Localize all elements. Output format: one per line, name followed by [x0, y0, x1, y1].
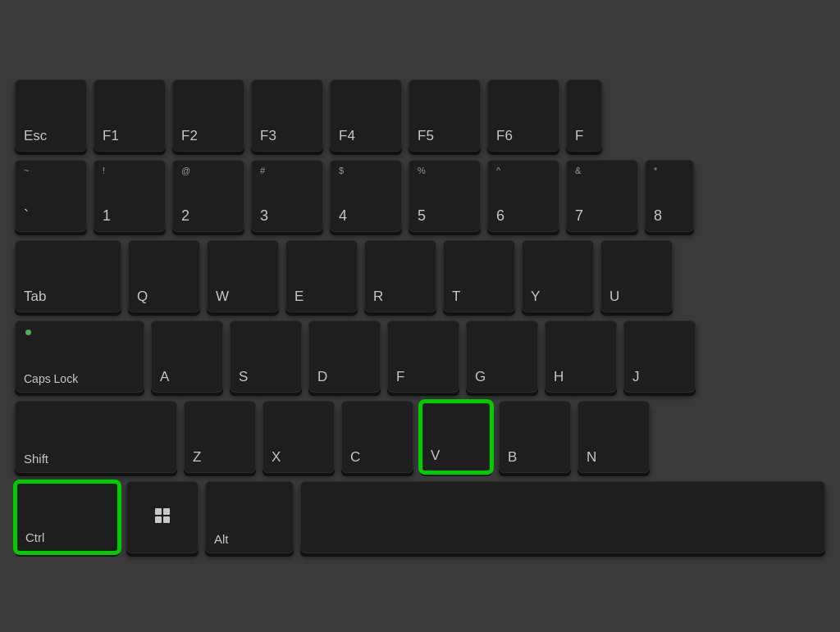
key-label: F — [575, 128, 593, 144]
key-f4[interactable]: F4 — [330, 80, 402, 152]
qwerty-row: Tab Q W E R T Y U — [15, 240, 825, 312]
key-label: 5 — [418, 207, 472, 225]
key-alt[interactable]: Alt — [205, 481, 294, 553]
key-label: 7 — [575, 207, 629, 225]
key-label: R — [373, 289, 427, 305]
key-v[interactable]: V — [420, 401, 492, 473]
key-label: A — [160, 369, 214, 385]
key-shift[interactable]: Shift — [15, 401, 177, 473]
key-secondary: ! — [103, 166, 105, 175]
key-n[interactable]: N — [578, 401, 650, 473]
key-label: C — [350, 449, 404, 466]
key-label: F5 — [418, 128, 472, 144]
key-secondary: & — [575, 166, 581, 175]
key-x[interactable]: X — [262, 401, 335, 473]
key-label: Caps Lock — [24, 372, 135, 385]
function-row: Esc F1 F2 F3 F4 F5 F6 F — [15, 80, 825, 152]
windows-icon — [155, 508, 170, 523]
key-c[interactable]: C — [341, 401, 413, 473]
key-label: Tab — [24, 289, 112, 305]
key-f1[interactable]: F1 — [94, 80, 166, 152]
key-z[interactable]: Z — [184, 401, 256, 473]
key-label: G — [475, 369, 529, 385]
key-label: Alt — [214, 532, 285, 546]
key-label: 8 — [654, 207, 685, 225]
key-label: X — [272, 449, 326, 466]
key-label: Z — [193, 449, 247, 466]
key-secondary: * — [654, 166, 657, 175]
bottom-row: Ctrl Alt — [15, 481, 825, 553]
key-2[interactable]: @ 2 — [172, 160, 244, 232]
key-f2[interactable]: F2 — [172, 80, 244, 152]
key-label: 6 — [496, 207, 550, 225]
key-d[interactable]: D — [308, 321, 381, 393]
key-f5[interactable]: F5 — [409, 80, 481, 152]
keyboard: Esc F1 F2 F3 F4 F5 F6 F ~ ` ! 1 — [0, 0, 840, 632]
key-f[interactable]: F — [387, 321, 459, 393]
key-label: 2 — [181, 207, 235, 225]
caps-lock-indicator — [25, 330, 31, 335]
key-t[interactable]: T — [443, 240, 515, 312]
key-f3[interactable]: F3 — [251, 80, 323, 152]
key-secondary: ^ — [496, 166, 500, 175]
key-secondary: ~ — [24, 166, 29, 175]
key-esc[interactable]: Esc — [15, 80, 87, 152]
key-label: F — [396, 369, 450, 385]
key-label: 3 — [260, 207, 314, 225]
key-label: 1 — [103, 207, 157, 225]
key-label: V — [431, 448, 482, 464]
number-row: ~ ` ! 1 @ 2 # 3 $ 4 % 5 ^ 6 & 7 — [15, 160, 825, 232]
key-secondary: % — [418, 166, 426, 175]
key-label: Shift — [24, 452, 168, 466]
key-a[interactable]: A — [151, 321, 223, 393]
key-label: E — [294, 289, 349, 305]
key-5[interactable]: % 5 — [409, 160, 481, 232]
key-label: F1 — [103, 128, 157, 144]
key-h[interactable]: H — [545, 321, 617, 393]
key-8-partial[interactable]: * 8 — [645, 160, 694, 232]
key-win[interactable] — [126, 481, 199, 553]
key-label: Esc — [24, 128, 78, 144]
key-label: F3 — [260, 128, 314, 144]
key-label: W — [216, 289, 270, 305]
key-f-partial[interactable]: F — [566, 80, 602, 152]
key-label: D — [317, 369, 372, 385]
key-label: 4 — [339, 207, 393, 225]
key-f6[interactable]: F6 — [487, 80, 559, 152]
asdf-row: Caps Lock A S D F G H J — [15, 321, 825, 393]
key-backtick[interactable]: ~ ` — [15, 160, 87, 232]
key-y[interactable]: Y — [522, 240, 594, 312]
key-u[interactable]: U — [600, 240, 673, 312]
key-ctrl[interactable]: Ctrl — [15, 481, 120, 553]
zxcv-row: Shift Z X C V B N — [15, 401, 825, 473]
key-label: F2 — [181, 128, 235, 144]
key-1[interactable]: ! 1 — [94, 160, 166, 232]
key-label: F6 — [496, 128, 550, 144]
key-label: T — [452, 289, 506, 305]
key-tab[interactable]: Tab — [15, 240, 121, 312]
key-j[interactable]: J — [623, 321, 696, 393]
key-label: Y — [531, 289, 585, 305]
key-label: Ctrl — [25, 530, 109, 544]
key-caps-lock[interactable]: Caps Lock — [15, 321, 144, 393]
key-3[interactable]: # 3 — [251, 160, 323, 232]
key-s[interactable]: S — [230, 321, 302, 393]
key-label: S — [239, 369, 293, 385]
key-label: H — [554, 369, 608, 385]
key-r[interactable]: R — [364, 240, 436, 312]
key-e[interactable]: E — [285, 240, 358, 312]
key-space[interactable] — [300, 481, 825, 553]
key-w[interactable]: W — [207, 240, 279, 312]
key-q[interactable]: Q — [128, 240, 200, 312]
key-label: N — [587, 449, 641, 466]
key-7[interactable]: & 7 — [566, 160, 638, 232]
key-label: F4 — [339, 128, 393, 144]
key-6[interactable]: ^ 6 — [487, 160, 559, 232]
key-secondary: # — [260, 166, 265, 175]
key-label: U — [609, 289, 664, 305]
key-g[interactable]: G — [466, 321, 538, 393]
key-4[interactable]: $ 4 — [330, 160, 402, 232]
key-label: J — [632, 369, 687, 385]
key-b[interactable]: B — [499, 401, 571, 473]
key-label: B — [508, 449, 562, 466]
